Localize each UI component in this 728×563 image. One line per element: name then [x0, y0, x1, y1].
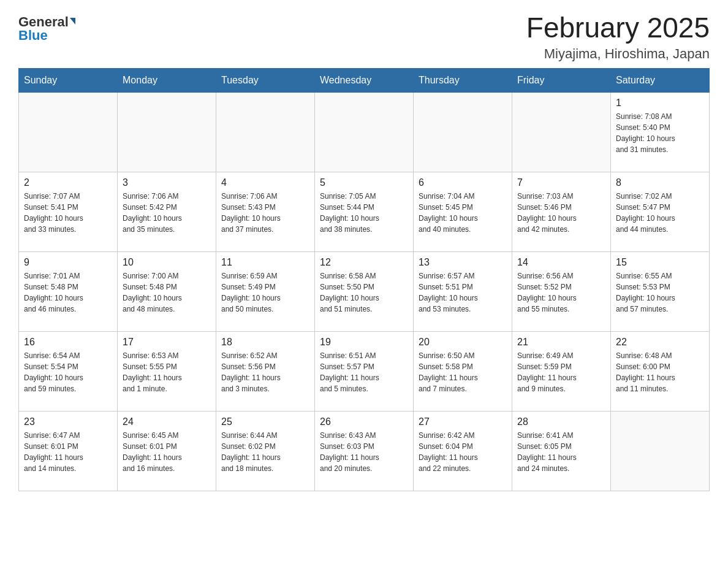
table-row: 23Sunrise: 6:47 AM Sunset: 6:01 PM Dayli… — [19, 411, 118, 491]
day-info: Sunrise: 6:51 AM Sunset: 5:57 PM Dayligh… — [320, 350, 408, 394]
table-row: 22Sunrise: 6:48 AM Sunset: 6:00 PM Dayli… — [611, 331, 710, 411]
day-number: 17 — [123, 337, 211, 348]
day-number: 14 — [517, 257, 605, 268]
table-row: 19Sunrise: 6:51 AM Sunset: 5:57 PM Dayli… — [315, 331, 414, 411]
logo: General Blue — [18, 12, 75, 42]
table-row — [611, 411, 710, 491]
table-row: 18Sunrise: 6:52 AM Sunset: 5:56 PM Dayli… — [216, 331, 315, 411]
table-row: 17Sunrise: 6:53 AM Sunset: 5:55 PM Dayli… — [118, 331, 216, 411]
day-info: Sunrise: 6:52 AM Sunset: 5:56 PM Dayligh… — [221, 350, 309, 394]
table-row: 4Sunrise: 7:06 AM Sunset: 5:43 PM Daylig… — [216, 172, 315, 251]
table-row: 26Sunrise: 6:43 AM Sunset: 6:03 PM Dayli… — [315, 411, 414, 491]
logo-general: General — [18, 15, 69, 29]
day-info: Sunrise: 7:06 AM Sunset: 5:43 PM Dayligh… — [221, 191, 309, 235]
table-row — [512, 92, 611, 172]
logo-arrow-icon — [70, 18, 75, 25]
table-row: 28Sunrise: 6:41 AM Sunset: 6:05 PM Dayli… — [512, 411, 611, 491]
day-number: 23 — [24, 416, 112, 427]
day-info: Sunrise: 6:58 AM Sunset: 5:50 PM Dayligh… — [320, 270, 408, 315]
table-row: 14Sunrise: 6:56 AM Sunset: 5:52 PM Dayli… — [512, 251, 611, 331]
calendar-week-row: 1Sunrise: 7:08 AM Sunset: 5:40 PM Daylig… — [19, 92, 710, 172]
day-info: Sunrise: 7:06 AM Sunset: 5:42 PM Dayligh… — [123, 191, 211, 235]
day-info: Sunrise: 6:42 AM Sunset: 6:04 PM Dayligh… — [419, 430, 507, 474]
day-number: 3 — [123, 177, 211, 188]
page-header: General Blue February 2025 Miyajima, Hir… — [18, 12, 710, 62]
day-number: 20 — [419, 337, 507, 348]
day-number: 6 — [419, 177, 507, 188]
day-info: Sunrise: 6:55 AM Sunset: 5:53 PM Dayligh… — [616, 270, 704, 315]
table-row: 21Sunrise: 6:49 AM Sunset: 5:59 PM Dayli… — [512, 331, 611, 411]
table-row: 25Sunrise: 6:44 AM Sunset: 6:02 PM Dayli… — [216, 411, 315, 491]
day-number: 7 — [517, 177, 605, 188]
table-row: 5Sunrise: 7:05 AM Sunset: 5:44 PM Daylig… — [315, 172, 414, 251]
header-wednesday: Wednesday — [315, 68, 414, 92]
day-info: Sunrise: 7:01 AM Sunset: 5:48 PM Dayligh… — [24, 270, 112, 315]
calendar-week-row: 9Sunrise: 7:01 AM Sunset: 5:48 PM Daylig… — [19, 251, 710, 331]
day-info: Sunrise: 6:54 AM Sunset: 5:54 PM Dayligh… — [24, 350, 112, 394]
header-friday: Friday — [512, 68, 611, 92]
table-row: 1Sunrise: 7:08 AM Sunset: 5:40 PM Daylig… — [611, 92, 710, 172]
day-info: Sunrise: 6:57 AM Sunset: 5:51 PM Dayligh… — [419, 270, 507, 315]
day-info: Sunrise: 6:43 AM Sunset: 6:03 PM Dayligh… — [320, 430, 408, 474]
header-tuesday: Tuesday — [216, 68, 315, 92]
table-row — [315, 92, 414, 172]
table-row: 3Sunrise: 7:06 AM Sunset: 5:42 PM Daylig… — [118, 172, 216, 251]
day-info: Sunrise: 7:03 AM Sunset: 5:46 PM Dayligh… — [517, 191, 605, 235]
page-title: February 2025 — [526, 12, 710, 44]
calendar-week-row: 23Sunrise: 6:47 AM Sunset: 6:01 PM Dayli… — [19, 411, 710, 491]
header-saturday: Saturday — [611, 68, 710, 92]
table-row: 7Sunrise: 7:03 AM Sunset: 5:46 PM Daylig… — [512, 172, 611, 251]
table-row: 10Sunrise: 7:00 AM Sunset: 5:48 PM Dayli… — [118, 251, 216, 331]
table-row — [414, 92, 512, 172]
day-number: 10 — [123, 257, 211, 268]
day-number: 15 — [616, 257, 704, 268]
day-info: Sunrise: 6:50 AM Sunset: 5:58 PM Dayligh… — [419, 350, 507, 394]
table-row: 11Sunrise: 6:59 AM Sunset: 5:49 PM Dayli… — [216, 251, 315, 331]
day-info: Sunrise: 6:56 AM Sunset: 5:52 PM Dayligh… — [517, 270, 605, 315]
day-info: Sunrise: 6:49 AM Sunset: 5:59 PM Dayligh… — [517, 350, 605, 394]
day-info: Sunrise: 7:04 AM Sunset: 5:45 PM Dayligh… — [419, 191, 507, 235]
table-row — [19, 92, 118, 172]
day-info: Sunrise: 6:44 AM Sunset: 6:02 PM Dayligh… — [221, 430, 309, 474]
day-number: 2 — [24, 177, 112, 188]
day-info: Sunrise: 6:48 AM Sunset: 6:00 PM Dayligh… — [616, 350, 704, 394]
weekday-header-row: Sunday Monday Tuesday Wednesday Thursday… — [19, 68, 710, 92]
day-info: Sunrise: 6:41 AM Sunset: 6:05 PM Dayligh… — [517, 430, 605, 474]
table-row: 13Sunrise: 6:57 AM Sunset: 5:51 PM Dayli… — [414, 251, 512, 331]
table-row: 12Sunrise: 6:58 AM Sunset: 5:50 PM Dayli… — [315, 251, 414, 331]
day-number: 26 — [320, 416, 408, 427]
day-info: Sunrise: 7:08 AM Sunset: 5:40 PM Dayligh… — [616, 111, 704, 155]
header-sunday: Sunday — [19, 68, 118, 92]
day-number: 28 — [517, 416, 605, 427]
day-number: 18 — [221, 337, 309, 348]
day-number: 19 — [320, 337, 408, 348]
day-number: 12 — [320, 257, 408, 268]
day-info: Sunrise: 6:53 AM Sunset: 5:55 PM Dayligh… — [123, 350, 211, 394]
day-number: 24 — [123, 416, 211, 427]
calendar-week-row: 16Sunrise: 6:54 AM Sunset: 5:54 PM Dayli… — [19, 331, 710, 411]
table-row: 20Sunrise: 6:50 AM Sunset: 5:58 PM Dayli… — [414, 331, 512, 411]
table-row: 2Sunrise: 7:07 AM Sunset: 5:41 PM Daylig… — [19, 172, 118, 251]
table-row: 27Sunrise: 6:42 AM Sunset: 6:04 PM Dayli… — [414, 411, 512, 491]
day-number: 5 — [320, 177, 408, 188]
table-row: 9Sunrise: 7:01 AM Sunset: 5:48 PM Daylig… — [19, 251, 118, 331]
day-number: 8 — [616, 177, 704, 188]
table-row: 16Sunrise: 6:54 AM Sunset: 5:54 PM Dayli… — [19, 331, 118, 411]
day-number: 11 — [221, 257, 309, 268]
calendar-week-row: 2Sunrise: 7:07 AM Sunset: 5:41 PM Daylig… — [19, 172, 710, 251]
table-row: 8Sunrise: 7:02 AM Sunset: 5:47 PM Daylig… — [611, 172, 710, 251]
day-info: Sunrise: 6:47 AM Sunset: 6:01 PM Dayligh… — [24, 430, 112, 474]
day-number: 22 — [616, 337, 704, 348]
day-number: 1 — [616, 98, 704, 109]
day-number: 27 — [419, 416, 507, 427]
table-row — [118, 92, 216, 172]
day-info: Sunrise: 7:07 AM Sunset: 5:41 PM Dayligh… — [24, 191, 112, 235]
calendar-table: Sunday Monday Tuesday Wednesday Thursday… — [18, 68, 710, 491]
table-row: 6Sunrise: 7:04 AM Sunset: 5:45 PM Daylig… — [414, 172, 512, 251]
day-number: 4 — [221, 177, 309, 188]
day-number: 16 — [24, 337, 112, 348]
page-subtitle: Miyajima, Hiroshima, Japan — [526, 46, 710, 62]
header-monday: Monday — [118, 68, 216, 92]
day-info: Sunrise: 6:45 AM Sunset: 6:01 PM Dayligh… — [123, 430, 211, 474]
day-info: Sunrise: 6:59 AM Sunset: 5:49 PM Dayligh… — [221, 270, 309, 315]
